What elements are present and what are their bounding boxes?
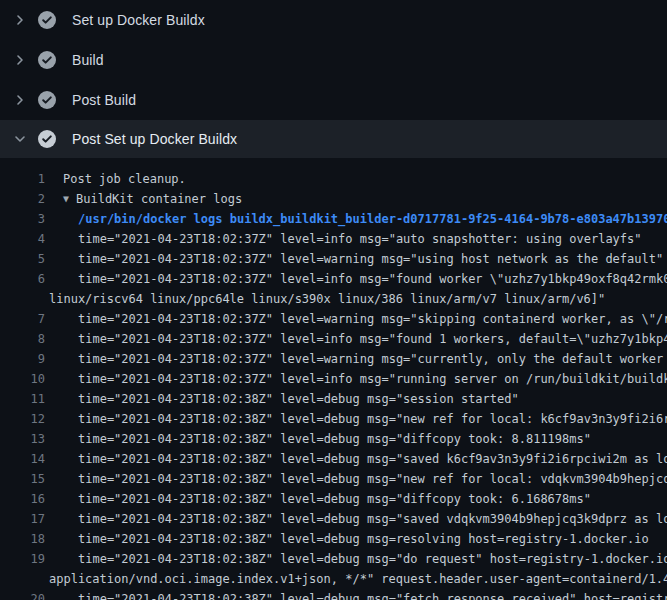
log-text: time="2021-04-23T18:02:38Z" level=debug … [78, 492, 591, 506]
log-row: 8time="2021-04-23T18:02:37Z" level=info … [0, 329, 667, 349]
line-number[interactable]: 3 [0, 209, 45, 229]
log-row: 2▼BuildKit container logs [0, 189, 667, 209]
log-text: time="2021-04-23T18:02:37Z" level=warnin… [78, 312, 667, 326]
log-text: time="2021-04-23T18:02:38Z" level=debug … [78, 432, 591, 446]
line-number[interactable]: 9 [0, 349, 45, 369]
log-text: time="2021-04-23T18:02:37Z" level=info m… [78, 272, 667, 286]
log-text: time="2021-04-23T18:02:37Z" level=warnin… [78, 252, 663, 266]
log-text: time="2021-04-23T18:02:37Z" level=info m… [78, 232, 642, 246]
chevron-right-icon [12, 92, 28, 108]
log-row: 19time="2021-04-23T18:02:38Z" level=debu… [0, 549, 667, 569]
log-text: time="2021-04-23T18:02:38Z" level=debug … [78, 392, 519, 406]
step-row-post-set-up-docker-buildx[interactable]: Post Set up Docker Buildx [0, 120, 667, 158]
line-number[interactable]: 4 [0, 229, 45, 249]
log-text: time="2021-04-23T18:02:37Z" level=info m… [78, 332, 667, 346]
log-row: 12time="2021-04-23T18:02:38Z" level=debu… [0, 409, 667, 429]
log-row: 13time="2021-04-23T18:02:38Z" level=debu… [0, 429, 667, 449]
line-number[interactable]: 18 [0, 529, 45, 549]
line-number[interactable]: 16 [0, 489, 45, 509]
step-label: Build [72, 52, 104, 68]
log-text: time="2021-04-23T18:02:38Z" level=debug … [78, 512, 667, 526]
step-label: Post Set up Docker Buildx [72, 131, 237, 147]
actions-log-panel: Set up Docker BuildxBuildPost BuildPost … [0, 0, 667, 600]
log-row: 18time="2021-04-23T18:02:38Z" level=debu… [0, 529, 667, 549]
log-text: time="2021-04-23T18:02:38Z" level=debug … [78, 412, 667, 426]
step-label: Post Build [72, 92, 136, 108]
log-row: 20time="2021-04-23T18:02:38Z" level=debu… [0, 589, 667, 600]
log-text: application/vnd.oci.image.index.v1+json,… [49, 572, 667, 586]
log-row: 14time="2021-04-23T18:02:38Z" level=debu… [0, 449, 667, 469]
line-number[interactable]: 2 [0, 189, 45, 209]
chevron-right-icon [12, 52, 28, 68]
log-text: time="2021-04-23T18:02:38Z" level=debug … [78, 532, 649, 546]
log-command-text: /usr/bin/docker logs buildx_buildkit_bui… [78, 212, 667, 226]
step-label: Set up Docker Buildx [72, 12, 205, 28]
log-text: time="2021-04-23T18:02:38Z" level=debug … [78, 552, 667, 566]
log-text: time="2021-04-23T18:02:37Z" level=info m… [78, 372, 667, 386]
line-number[interactable]: 6 [0, 269, 45, 289]
log-row: 17time="2021-04-23T18:02:38Z" level=debu… [0, 509, 667, 529]
line-number[interactable]: 10 [0, 369, 45, 389]
line-number[interactable]: 1 [0, 169, 45, 189]
log-text: time="2021-04-23T18:02:38Z" level=debug … [78, 452, 667, 466]
log-row: 1Post job cleanup. [0, 169, 667, 189]
log-row: 9time="2021-04-23T18:02:37Z" level=warni… [0, 349, 667, 369]
log-row: 6time="2021-04-23T18:02:37Z" level=info … [0, 269, 667, 289]
log-row: 7time="2021-04-23T18:02:37Z" level=warni… [0, 309, 667, 329]
log-text: time="2021-04-23T18:02:38Z" level=debug … [78, 472, 667, 486]
log-row: 5time="2021-04-23T18:02:37Z" level=warni… [0, 249, 667, 269]
line-number[interactable]: 5 [0, 249, 45, 269]
log-viewer: 1Post job cleanup.2▼BuildKit container l… [0, 158, 667, 600]
log-row: 4time="2021-04-23T18:02:37Z" level=info … [0, 229, 667, 249]
line-number[interactable]: 14 [0, 449, 45, 469]
log-row: 11time="2021-04-23T18:02:38Z" level=debu… [0, 389, 667, 409]
log-row: application/vnd.oci.image.index.v1+json,… [0, 569, 667, 589]
log-row: 15time="2021-04-23T18:02:38Z" level=debu… [0, 469, 667, 489]
line-number[interactable]: 15 [0, 469, 45, 489]
line-number[interactable]: 8 [0, 329, 45, 349]
log-text: Post job cleanup. [63, 172, 186, 186]
check-circle-icon [38, 51, 56, 69]
check-circle-icon [38, 91, 56, 109]
step-row-set-up-docker-buildx[interactable]: Set up Docker Buildx [0, 0, 667, 40]
line-number[interactable]: 17 [0, 509, 45, 529]
line-number[interactable]: 12 [0, 409, 45, 429]
log-row: 16time="2021-04-23T18:02:38Z" level=debu… [0, 489, 667, 509]
log-row: 10time="2021-04-23T18:02:37Z" level=info… [0, 369, 667, 389]
check-circle-icon [38, 130, 56, 148]
line-number[interactable]: 11 [0, 389, 45, 409]
chevron-right-icon [12, 12, 28, 28]
line-number[interactable]: 7 [0, 309, 45, 329]
line-number [0, 569, 45, 589]
log-group-toggle-icon[interactable]: ▼ [63, 189, 76, 209]
step-list: Set up Docker BuildxBuildPost BuildPost … [0, 0, 667, 158]
log-text: time="2021-04-23T18:02:38Z" level=debug … [78, 592, 667, 600]
log-row: linux/riscv64 linux/ppc64le linux/s390x … [0, 289, 667, 309]
check-circle-icon [38, 11, 56, 29]
chevron-down-icon [12, 131, 28, 147]
log-text: linux/riscv64 linux/ppc64le linux/s390x … [49, 292, 605, 306]
line-number[interactable]: 13 [0, 429, 45, 449]
line-number[interactable]: 20 [0, 589, 45, 600]
step-row-post-build[interactable]: Post Build [0, 80, 667, 120]
line-number[interactable]: 19 [0, 549, 45, 569]
log-text: BuildKit container logs [76, 192, 242, 206]
line-number [0, 289, 45, 309]
log-row: 3/usr/bin/docker logs buildx_buildkit_bu… [0, 209, 667, 229]
log-text: time="2021-04-23T18:02:37Z" level=warnin… [78, 352, 667, 366]
step-row-build[interactable]: Build [0, 40, 667, 80]
